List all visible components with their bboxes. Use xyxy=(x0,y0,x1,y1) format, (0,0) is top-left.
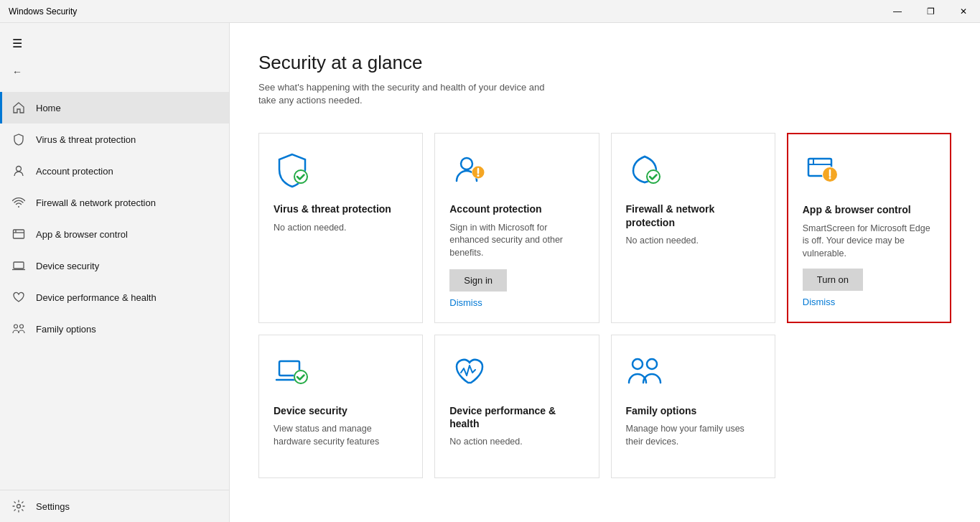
app-browser-card-icon xyxy=(803,152,843,192)
device-health-card: Device performance & health No action ne… xyxy=(434,335,599,478)
family-options-card: Family options Manage how your family us… xyxy=(611,335,775,478)
shield-icon xyxy=(11,132,26,146)
laptop-icon xyxy=(11,258,26,273)
sidebar-item-account[interactable]: Account protection xyxy=(0,155,229,187)
window-controls: — ❐ ✕ xyxy=(881,0,980,23)
heart-icon xyxy=(11,290,26,304)
virus-card-icon xyxy=(274,151,314,191)
sign-in-button[interactable]: Sign in xyxy=(449,269,507,292)
empty-cell xyxy=(787,335,951,478)
svg-point-7 xyxy=(20,325,24,328)
page-subtitle: See what's happening with the security a… xyxy=(258,81,546,107)
svg-point-0 xyxy=(17,167,22,172)
sidebar-item-family[interactable]: Family options xyxy=(0,313,229,345)
app-browser-card-action: Turn on xyxy=(803,269,935,291)
back-button[interactable]: ← xyxy=(0,57,34,86)
wifi-icon xyxy=(11,195,26,210)
sidebar-firewall-label: Firewall & network protection xyxy=(36,197,156,208)
svg-point-14 xyxy=(477,174,480,177)
firewall-card-icon xyxy=(626,151,666,191)
sidebar-home-label: Home xyxy=(36,103,61,113)
hamburger-icon: ☰ xyxy=(12,37,22,50)
device-health-card-desc: No action needed. xyxy=(449,436,584,463)
device-security-card-desc: View status and manage hardware security… xyxy=(274,423,408,463)
firewall-card-title: Firewall & network protection xyxy=(626,202,760,228)
person-icon xyxy=(11,164,26,178)
account-dismiss-link[interactable]: Dismiss xyxy=(449,297,584,308)
svg-rect-4 xyxy=(14,262,24,269)
browser-icon xyxy=(11,227,26,241)
sidebar-bottom: Settings xyxy=(0,490,229,522)
sidebar-family-label: Family options xyxy=(36,324,96,335)
account-card-icon xyxy=(449,151,490,191)
maximize-button[interactable]: ❐ xyxy=(914,0,947,23)
sidebar-device-security-label: Device security xyxy=(36,261,99,271)
device-security-card-title: Device security xyxy=(274,404,408,417)
account-card-desc: Sign in with Microsoft for enhanced secu… xyxy=(449,222,584,261)
app-title: Windows Security xyxy=(9,6,77,17)
app-browser-dismiss-link[interactable]: Dismiss xyxy=(803,297,935,307)
device-health-card-title: Device performance & health xyxy=(449,404,584,430)
virus-threat-card: Virus & threat protection No action need… xyxy=(258,133,423,323)
sidebar-item-firewall[interactable]: Firewall & network protection xyxy=(0,187,229,218)
svg-point-27 xyxy=(633,359,643,369)
sidebar-item-virus[interactable]: Virus & threat protection xyxy=(0,123,229,155)
svg-point-22 xyxy=(829,177,831,180)
minimize-button[interactable]: — xyxy=(881,0,914,23)
settings-label: Settings xyxy=(36,501,70,512)
account-card-title: Account protection xyxy=(449,202,584,215)
family-icon xyxy=(11,322,26,336)
page-title: Security at a glance xyxy=(258,52,951,74)
svg-rect-1 xyxy=(14,230,24,238)
home-icon xyxy=(11,101,26,115)
family-card-icon xyxy=(626,353,666,393)
turn-on-button[interactable]: Turn on xyxy=(803,269,863,291)
cards-bottom-row: Device security View status and manage h… xyxy=(258,335,951,478)
account-protection-card: Account protection Sign in with Microsof… xyxy=(434,133,599,323)
firewall-card-desc: No action needed. xyxy=(626,235,760,308)
app-browser-card-title: App & browser control xyxy=(803,203,935,216)
family-card-title: Family options xyxy=(626,404,760,417)
device-health-card-icon xyxy=(449,353,490,393)
gear-icon xyxy=(11,499,26,513)
back-icon: ← xyxy=(12,66,22,78)
virus-card-desc: No action needed. xyxy=(274,222,408,309)
sidebar-account-label: Account protection xyxy=(36,166,113,177)
sidebar-item-app-browser[interactable]: App & browser control xyxy=(0,218,229,250)
svg-point-11 xyxy=(461,158,472,169)
device-security-card-icon xyxy=(274,353,314,393)
close-button[interactable]: ✕ xyxy=(947,0,980,23)
sidebar-item-settings[interactable]: Settings xyxy=(0,490,229,522)
sidebar-item-home[interactable]: Home xyxy=(0,92,229,123)
sidebar: ☰ ← Home Virus & threat protection xyxy=(0,23,230,522)
svg-point-6 xyxy=(14,325,18,328)
sidebar-item-device-security[interactable]: Device security xyxy=(0,250,229,281)
app-body: ☰ ← Home Virus & threat protection xyxy=(0,23,980,522)
svg-point-8 xyxy=(17,505,21,508)
cards-top-row: Virus & threat protection No action need… xyxy=(258,133,951,323)
sidebar-app-browser-label: App & browser control xyxy=(36,229,128,240)
sidebar-item-device-health[interactable]: Device performance & health xyxy=(0,281,229,313)
sidebar-top: ☰ ← xyxy=(0,23,229,92)
titlebar: Windows Security — ❐ ✕ xyxy=(0,0,980,23)
device-security-card: Device security View status and manage h… xyxy=(258,335,423,478)
sidebar-device-health-label: Device performance & health xyxy=(36,292,157,303)
family-card-desc: Manage how your family uses their device… xyxy=(626,423,760,463)
main-content: Security at a glance See what's happenin… xyxy=(230,23,980,522)
hamburger-button[interactable]: ☰ xyxy=(0,29,34,57)
firewall-card: Firewall & network protection No action … xyxy=(611,133,775,323)
app-browser-card: App & browser control SmartScreen for Mi… xyxy=(787,133,951,323)
svg-point-28 xyxy=(647,359,657,369)
account-card-action: Sign in xyxy=(449,269,584,292)
sidebar-virus-label: Virus & threat protection xyxy=(36,134,136,145)
app-browser-card-desc: SmartScreen for Microsoft Edge is off. Y… xyxy=(803,223,935,261)
virus-card-title: Virus & threat protection xyxy=(274,202,408,215)
